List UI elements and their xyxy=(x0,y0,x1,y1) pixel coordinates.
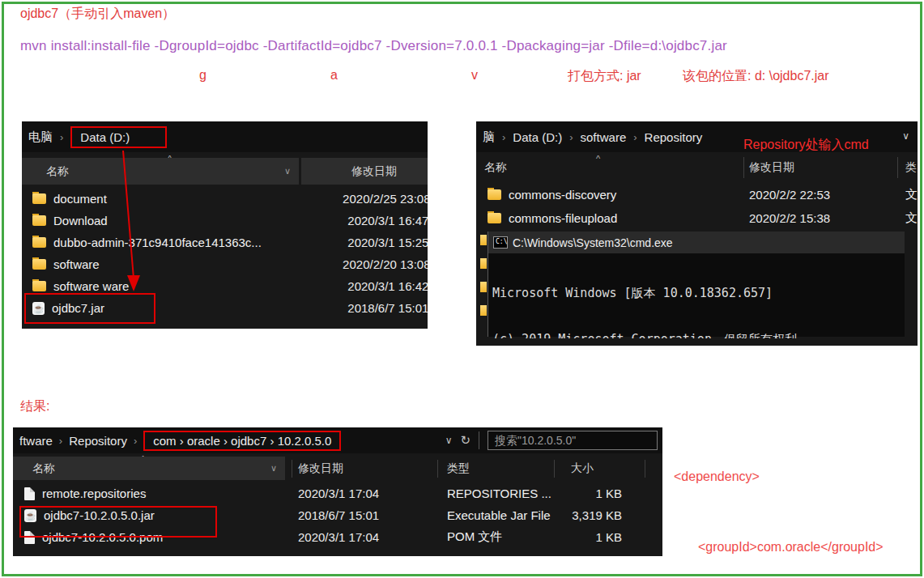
breadcrumb-item[interactable]: Repository xyxy=(69,434,127,448)
search-input[interactable] xyxy=(488,431,658,450)
breadcrumb-item[interactable]: software xyxy=(581,130,627,144)
breadcrumb-item[interactable]: 脑 xyxy=(483,130,495,145)
column-divider xyxy=(897,157,898,178)
file-row[interactable]: commons-discovery 2020/2/2 22:53 文 xyxy=(476,183,918,206)
breadcrumb-separator-icon: › xyxy=(633,131,637,143)
address-bar: 电脑 › Data (D:) xyxy=(22,121,428,152)
cmd-window-title: C:\Windows\System32\cmd.exe xyxy=(513,236,673,249)
chevron-down-icon[interactable]: ∨ xyxy=(445,435,453,446)
annotation-a: a xyxy=(330,68,338,83)
cmd-line: (c) 2019 Microsoft Corporation。保留所有权利。 xyxy=(492,332,905,338)
folder-icon xyxy=(480,305,487,316)
cmd-output: Microsoft Windows [版本 10.0.18362.657] (c… xyxy=(488,253,905,338)
maven-command-text: mvn install:install-file -DgroupId=ojdbc… xyxy=(20,38,727,54)
breadcrumb-current-highlighted[interactable]: Data (D:) xyxy=(70,126,167,148)
page: ojdbc7（手动引入maven） mvn install:install-fi… xyxy=(0,0,924,578)
annotation-g: g xyxy=(199,68,207,83)
file-row[interactable]: dubbo-admin-371c9410face141363c... 2020/… xyxy=(22,232,428,253)
breadcrumb-separator-icon: › xyxy=(60,131,63,143)
column-header-name[interactable]: 名称 ∨ xyxy=(13,457,285,480)
xml-line: <dependency> xyxy=(674,465,918,488)
filter-chevron-icon[interactable]: ∨ xyxy=(270,463,277,474)
file-row[interactable]: Download 2020/3/1 16:47 xyxy=(22,210,428,232)
breadcrumb-item[interactable]: Data (D:) xyxy=(513,130,562,144)
file-explorer-right: 脑 › Data (D:) › software › Repository ∨ … xyxy=(476,121,918,346)
breadcrumb-separator-icon: › xyxy=(134,435,137,447)
column-header-date[interactable]: 修改日期 xyxy=(301,158,428,185)
highlight-box-ojdbc7-jar xyxy=(19,506,217,538)
cmd-window: C:\Windows\System32\cmd.exe Microsoft Wi… xyxy=(488,232,905,337)
cmd-line: Microsoft Windows [版本 10.0.18362.657] xyxy=(492,286,905,301)
column-header-date[interactable]: 修改日期 xyxy=(749,160,794,175)
breadcrumb-separator-icon: › xyxy=(502,131,505,143)
column-header-type[interactable]: 类型 xyxy=(447,461,470,476)
file-row[interactable]: software 2020/2/20 13:08 xyxy=(22,253,428,275)
result-label: 结果: xyxy=(20,398,49,415)
folder-icon xyxy=(488,189,501,200)
annotation-packaging: 打包方式: jar xyxy=(568,68,641,85)
folder-icon xyxy=(480,258,487,269)
refresh-icon[interactable]: ↻ xyxy=(460,433,471,448)
breadcrumb-path-highlighted[interactable]: com › oracle › ojdbc7 › 10.2.0.5.0 xyxy=(143,431,341,451)
folder-icon xyxy=(480,282,487,292)
file-explorer-left: 电脑 › Data (D:) ^ 名称 ∨ 修改日期 document 2020… xyxy=(22,121,428,329)
column-headers: 名称 ∨ 修改日期 xyxy=(22,158,428,185)
annotation-file-location: 该包的位置: d: \ojdbc7.jar xyxy=(683,68,829,85)
cmd-icon xyxy=(494,237,507,248)
breadcrumb-item[interactable]: Repository xyxy=(645,130,703,144)
folder-icon xyxy=(480,235,487,245)
column-header-size[interactable]: 大小 xyxy=(571,461,594,476)
file-row[interactable]: document 2020/2/25 23:08 xyxy=(22,188,428,210)
breadcrumb-root[interactable]: 电脑 xyxy=(28,130,53,145)
file-explorer-bottom: ftware › Repository › com › oracle › ojd… xyxy=(13,427,662,556)
folder-icon xyxy=(488,213,501,223)
column-divider xyxy=(743,157,744,178)
chevron-down-icon[interactable]: ∨ xyxy=(902,130,909,142)
cmd-title-bar: C:\Windows\System32\cmd.exe xyxy=(488,232,905,253)
breadcrumb-separator-icon: › xyxy=(59,435,62,447)
annotation-repository-cmd: Repository处输入cmd xyxy=(743,137,869,154)
annotation-v: v xyxy=(471,68,478,83)
breadcrumb-separator-icon: › xyxy=(569,131,573,143)
column-header-date[interactable]: 修改日期 xyxy=(298,461,343,476)
file-row[interactable]: remote.repositories 2020/3/1 17:04 REPOS… xyxy=(13,482,662,504)
folder-icon xyxy=(32,193,46,204)
page-title: ojdbc7（手动引入maven） xyxy=(20,6,175,23)
filter-chevron-icon[interactable]: ∨ xyxy=(284,166,291,176)
folder-icon xyxy=(32,259,46,270)
folder-icon xyxy=(32,215,46,226)
annotation-arrow xyxy=(117,149,150,299)
xml-line: <groupId>com.oracle</groupId> xyxy=(674,535,918,559)
maven-dependency-snippet: <dependency> <groupId>com.oracle</groupI… xyxy=(674,418,918,578)
file-row[interactable]: commons-fileupload 2020/2/2 15:38 文 xyxy=(476,206,918,230)
sort-ascending-icon: ^ xyxy=(596,155,600,163)
address-bar: ftware › Repository › com › oracle › ojd… xyxy=(13,427,662,453)
column-divider xyxy=(437,460,438,478)
column-divider xyxy=(292,460,292,478)
toolbar-divider xyxy=(479,431,479,449)
file-icon xyxy=(24,487,35,500)
column-divider xyxy=(645,460,645,478)
column-divider xyxy=(554,460,555,478)
breadcrumb-item[interactable]: ftware xyxy=(19,434,53,448)
file-list: commons-discovery 2020/2/2 22:53 文 commo… xyxy=(476,183,918,230)
column-header-name[interactable]: 名称 ∨ xyxy=(22,158,299,185)
folder-icon xyxy=(32,237,46,248)
column-header-name[interactable]: 名称 xyxy=(484,160,507,175)
folder-icon xyxy=(32,281,46,291)
column-header-type[interactable]: 类 xyxy=(905,160,917,175)
